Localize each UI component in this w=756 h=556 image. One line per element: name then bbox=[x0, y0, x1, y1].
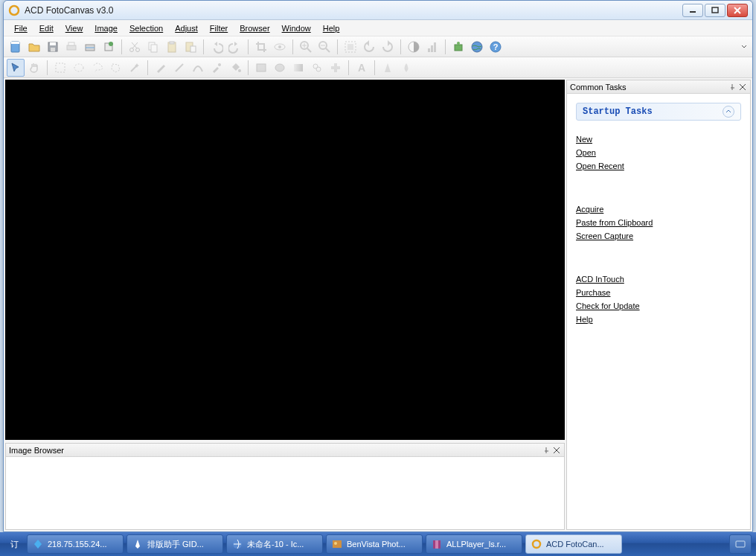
ellipse-select-icon[interactable] bbox=[70, 59, 88, 77]
task-link-help[interactable]: Help bbox=[576, 313, 741, 326]
rect-shape-icon[interactable] bbox=[252, 59, 270, 77]
clone-icon[interactable] bbox=[308, 59, 326, 77]
web-icon[interactable] bbox=[468, 38, 486, 56]
task-link-screen-capture[interactable]: Screen Capture bbox=[576, 229, 741, 243]
svg-point-0 bbox=[10, 6, 19, 15]
svg-rect-11 bbox=[68, 42, 74, 45]
open-folder-icon[interactable] bbox=[25, 38, 43, 56]
text-icon[interactable]: A bbox=[353, 59, 371, 77]
panel-close-icon[interactable] bbox=[738, 83, 747, 92]
redeye-icon[interactable] bbox=[271, 38, 289, 56]
menu-edit[interactable]: Edit bbox=[33, 22, 60, 34]
app-icon bbox=[32, 538, 44, 550]
new-file-icon[interactable] bbox=[7, 38, 25, 56]
scanner-icon[interactable] bbox=[81, 38, 99, 56]
wand-icon[interactable] bbox=[126, 59, 144, 77]
close-button[interactable] bbox=[727, 4, 748, 17]
pin-icon[interactable] bbox=[728, 83, 737, 92]
fit-icon[interactable] bbox=[342, 38, 359, 56]
common-tasks-title: Common Tasks bbox=[570, 83, 627, 92]
task-link-update[interactable]: Check for Update bbox=[576, 299, 741, 313]
paste-new-icon[interactable] bbox=[182, 38, 199, 56]
svg-point-51 bbox=[238, 69, 241, 72]
task-link-open-recent[interactable]: Open Recent bbox=[576, 159, 741, 173]
cut-icon[interactable] bbox=[126, 38, 144, 56]
plugin-icon[interactable] bbox=[449, 38, 467, 56]
hand-tool-icon[interactable] bbox=[25, 59, 43, 77]
canvas[interactable] bbox=[5, 80, 565, 440]
collapse-icon[interactable] bbox=[723, 106, 734, 118]
startup-tasks-header[interactable]: Startup Tasks bbox=[576, 103, 741, 121]
svg-rect-52 bbox=[257, 64, 266, 71]
menu-browser[interactable]: Browser bbox=[234, 22, 275, 34]
menu-help[interactable]: Help bbox=[317, 22, 346, 34]
menu-adjust[interactable]: Adjust bbox=[169, 22, 204, 34]
lasso-icon[interactable] bbox=[89, 59, 106, 77]
pointer-tool-icon[interactable] bbox=[7, 59, 25, 77]
redo-icon[interactable] bbox=[226, 38, 244, 56]
task-link-intouch[interactable]: ACD InTouch bbox=[576, 272, 741, 286]
taskbar-item[interactable]: BenVista Phot... bbox=[326, 534, 423, 554]
pin-icon[interactable] bbox=[542, 446, 551, 455]
svg-rect-41 bbox=[455, 45, 462, 51]
task-link-acquire[interactable]: Acquire bbox=[576, 202, 741, 216]
brush-icon[interactable] bbox=[152, 59, 170, 77]
levels-icon[interactable] bbox=[423, 38, 441, 56]
paste-icon[interactable] bbox=[163, 38, 181, 56]
contrast-icon[interactable] bbox=[405, 38, 423, 56]
task-link-open[interactable]: Open bbox=[576, 146, 741, 159]
task-link-new[interactable]: New bbox=[576, 132, 741, 146]
menu-file[interactable]: File bbox=[8, 22, 33, 34]
svg-rect-2 bbox=[712, 7, 718, 13]
panel-close-icon[interactable] bbox=[552, 446, 561, 455]
bucket-icon[interactable] bbox=[226, 59, 244, 77]
taskbar-item[interactable]: ALLPlayer_ls.r... bbox=[426, 534, 522, 554]
menu-view[interactable]: View bbox=[60, 22, 89, 34]
copy-icon[interactable] bbox=[144, 38, 162, 56]
print-icon[interactable] bbox=[63, 38, 80, 56]
taskbar-item-active[interactable]: ACD FotoCan... bbox=[525, 534, 622, 554]
rect-select-icon[interactable] bbox=[51, 59, 69, 77]
maximize-button[interactable] bbox=[705, 4, 725, 17]
line-icon[interactable] bbox=[170, 59, 188, 77]
dropper-icon[interactable] bbox=[208, 59, 225, 77]
toolbar-overflow-icon[interactable] bbox=[739, 38, 749, 56]
undo-icon[interactable] bbox=[208, 38, 225, 56]
zoom-out-icon[interactable] bbox=[315, 38, 333, 56]
image-browser-body[interactable] bbox=[6, 457, 564, 529]
rotate-left-icon[interactable] bbox=[360, 38, 378, 56]
taskbar-item[interactable]: 未命名-10 - Ic... bbox=[226, 534, 323, 554]
zoom-in-icon[interactable] bbox=[297, 38, 315, 56]
gradient-icon[interactable] bbox=[289, 59, 307, 77]
svg-point-47 bbox=[74, 64, 83, 71]
svg-point-16 bbox=[130, 48, 134, 51]
save-icon[interactable] bbox=[44, 38, 62, 56]
svg-rect-58 bbox=[331, 66, 340, 69]
menu-filter[interactable]: Filter bbox=[204, 22, 234, 34]
menu-image[interactable]: Image bbox=[89, 22, 124, 34]
help-icon[interactable]: ? bbox=[487, 38, 504, 56]
crop-icon[interactable] bbox=[252, 38, 270, 56]
svg-rect-38 bbox=[428, 48, 430, 52]
taskbar-item[interactable]: 排版助手 GID... bbox=[126, 534, 223, 554]
poly-lasso-icon[interactable] bbox=[107, 59, 125, 77]
ellipse-shape-icon[interactable] bbox=[271, 59, 289, 77]
sharpen-icon[interactable] bbox=[379, 59, 397, 77]
rotate-right-icon[interactable] bbox=[379, 38, 397, 56]
svg-rect-36 bbox=[347, 44, 353, 50]
task-link-paste-clipboard[interactable]: Paste from Clipboard bbox=[576, 216, 741, 229]
svg-rect-21 bbox=[151, 45, 157, 52]
acquire-icon[interactable] bbox=[100, 38, 118, 56]
system-tray[interactable] bbox=[729, 534, 752, 554]
heal-icon[interactable] bbox=[327, 59, 345, 77]
minimize-button[interactable] bbox=[682, 4, 703, 17]
svg-rect-68 bbox=[435, 540, 438, 549]
menu-selection[interactable]: Selection bbox=[124, 22, 169, 34]
task-link-purchase[interactable]: Purchase bbox=[576, 286, 741, 299]
svg-rect-25 bbox=[190, 46, 196, 52]
blur-icon[interactable] bbox=[397, 59, 415, 77]
menu-window[interactable]: Window bbox=[276, 22, 317, 34]
svg-rect-23 bbox=[170, 42, 174, 44]
taskbar-item[interactable]: 218.75.155.24... bbox=[27, 534, 124, 554]
curve-icon[interactable] bbox=[189, 59, 207, 77]
